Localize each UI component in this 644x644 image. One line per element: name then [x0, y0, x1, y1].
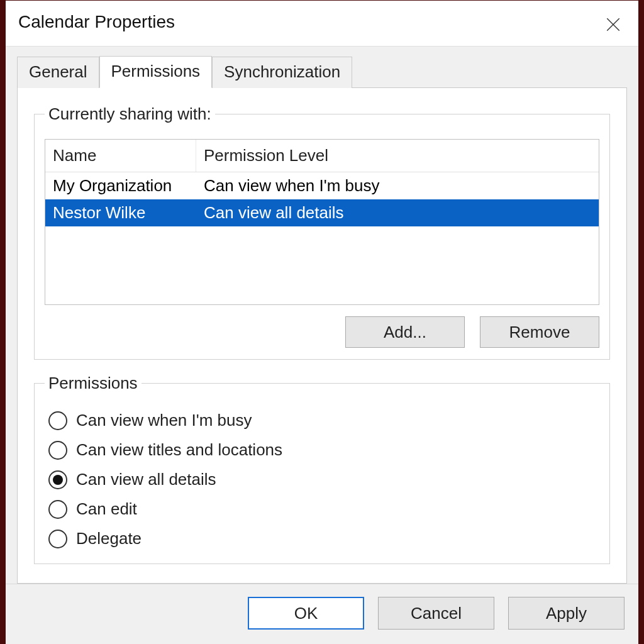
permissions-group: Permissions Can view when I'm busy Can v…: [34, 374, 610, 564]
permissions-radio-list: Can view when I'm busy Can view titles a…: [45, 404, 599, 552]
radio-delegate[interactable]: Delegate: [48, 529, 596, 548]
table-row[interactable]: Nestor Wilke Can view all details: [45, 199, 599, 226]
tab-list: General Permissions Synchronization: [17, 55, 627, 87]
radio-label: Can view when I'm busy: [76, 411, 252, 430]
tab-permissions[interactable]: Permissions: [99, 56, 213, 88]
cell-permission: Can view all details: [196, 199, 599, 226]
radio-icon: [48, 530, 67, 548]
radio-icon: [48, 411, 67, 430]
cell-name: Nestor Wilke: [45, 199, 196, 226]
remove-button[interactable]: Remove: [480, 316, 599, 348]
sharing-table-header: Name Permission Level: [45, 140, 599, 172]
column-header-name[interactable]: Name: [45, 140, 196, 172]
ok-button[interactable]: OK: [248, 597, 364, 630]
radio-icon: [48, 441, 67, 460]
radio-label: Can edit: [76, 499, 137, 519]
radio-label: Can view all details: [76, 470, 216, 489]
radio-label: Can view titles and locations: [76, 440, 282, 460]
titlebar: Calendar Properties: [6, 1, 638, 47]
window-title: Calendar Properties: [18, 12, 175, 32]
cell-permission: Can view when I'm busy: [196, 172, 599, 199]
close-icon: [605, 16, 621, 33]
radio-can-edit[interactable]: Can edit: [48, 499, 596, 519]
column-header-permission[interactable]: Permission Level: [196, 140, 599, 172]
sharing-buttons: Add... Remove: [45, 316, 599, 348]
radio-icon: [48, 500, 67, 519]
radio-label: Delegate: [76, 529, 142, 548]
dialog-footer: OK Cancel Apply: [6, 584, 638, 644]
permissions-legend: Permissions: [45, 374, 142, 393]
sharing-group: Currently sharing with: Name Permission …: [34, 104, 610, 360]
radio-icon: [48, 470, 67, 489]
radio-view-titles[interactable]: Can view titles and locations: [48, 440, 596, 460]
tab-synchronization[interactable]: Synchronization: [212, 57, 352, 88]
radio-view-all[interactable]: Can view all details: [48, 470, 596, 489]
radio-view-busy[interactable]: Can view when I'm busy: [48, 411, 596, 430]
tab-panel-permissions: Currently sharing with: Name Permission …: [17, 87, 627, 584]
close-button[interactable]: [601, 12, 626, 37]
tab-area: General Permissions Synchronization Curr…: [6, 47, 638, 584]
sharing-table-body: My Organization Can view when I'm busy N…: [45, 172, 599, 304]
table-row[interactable]: My Organization Can view when I'm busy: [45, 172, 599, 199]
sharing-legend: Currently sharing with:: [45, 104, 215, 124]
sharing-table: Name Permission Level My Organization Ca…: [45, 139, 599, 305]
cancel-button[interactable]: Cancel: [378, 597, 494, 630]
cell-name: My Organization: [45, 172, 196, 199]
tab-general[interactable]: General: [17, 57, 99, 88]
dialog-window: Calendar Properties General Permissions …: [5, 0, 639, 644]
apply-button[interactable]: Apply: [508, 597, 625, 630]
add-button[interactable]: Add...: [345, 316, 465, 348]
